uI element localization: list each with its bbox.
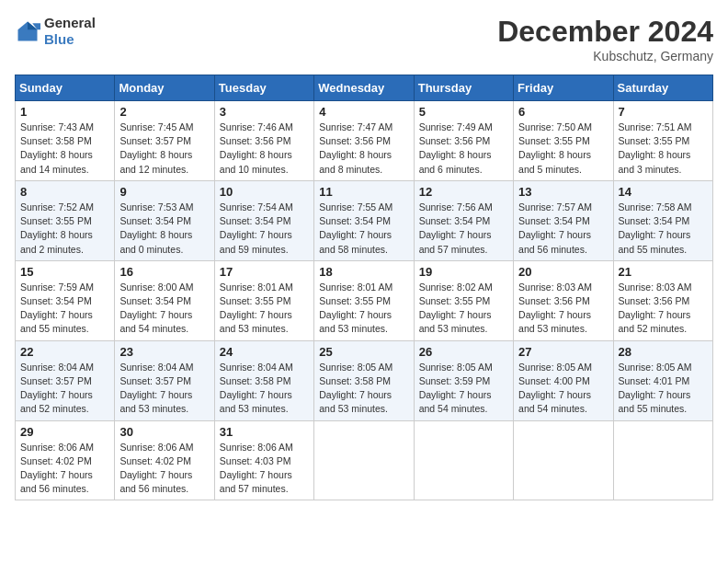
day-number: 10 [220,185,309,199]
calendar-cell: 17Sunrise: 8:01 AMSunset: 3:55 PMDayligh… [214,260,313,340]
week-row-4: 22Sunrise: 8:04 AMSunset: 3:57 PMDayligh… [16,340,713,420]
day-number: 1 [20,105,109,119]
header-wednesday: Wednesday [314,75,414,101]
title-block: December 2024 Kubschutz, Germany [497,15,713,63]
cell-info: Sunrise: 7:59 AMSunset: 3:54 PMDaylight:… [20,281,109,337]
cell-info: Sunrise: 8:04 AMSunset: 3:58 PMDaylight:… [220,361,309,417]
cell-info: Sunrise: 8:05 AMSunset: 4:00 PMDaylight:… [518,361,608,417]
day-number: 6 [518,105,608,119]
day-number: 20 [518,265,608,279]
calendar-cell: 26Sunrise: 8:05 AMSunset: 3:59 PMDayligh… [414,340,513,420]
cell-info: Sunrise: 7:47 AMSunset: 3:56 PMDaylight:… [319,121,408,177]
header-monday: Monday [115,75,214,101]
calendar-cell: 14Sunrise: 7:58 AMSunset: 3:54 PMDayligh… [613,180,712,260]
calendar-cell [613,420,712,500]
calendar-table: SundayMondayTuesdayWednesdayThursdayFrid… [15,75,713,500]
cell-info: Sunrise: 8:06 AMSunset: 4:02 PMDaylight:… [20,441,109,497]
header-saturday: Saturday [613,75,712,101]
calendar-cell: 21Sunrise: 8:03 AMSunset: 3:56 PMDayligh… [613,260,712,340]
header-tuesday: Tuesday [214,75,313,101]
location: Kubschutz, Germany [497,49,713,63]
cell-info: Sunrise: 7:49 AMSunset: 3:56 PMDaylight:… [419,121,508,177]
calendar-cell [314,420,414,500]
cell-info: Sunrise: 7:57 AMSunset: 3:54 PMDaylight:… [518,201,608,257]
page-header: General Blue December 2024 Kubschutz, Ge… [15,15,713,63]
calendar-cell: 11Sunrise: 7:55 AMSunset: 3:54 PMDayligh… [314,180,414,260]
week-row-5: 29Sunrise: 8:06 AMSunset: 4:02 PMDayligh… [16,420,713,500]
calendar-cell: 15Sunrise: 7:59 AMSunset: 3:54 PMDayligh… [16,260,115,340]
calendar-cell: 7Sunrise: 7:51 AMSunset: 3:55 PMDaylight… [613,101,712,181]
day-number: 27 [518,345,608,359]
calendar-cell: 13Sunrise: 7:57 AMSunset: 3:54 PMDayligh… [514,180,613,260]
calendar-cell: 31Sunrise: 8:06 AMSunset: 4:03 PMDayligh… [214,420,313,500]
day-number: 4 [319,105,408,119]
logo-icon [15,18,40,44]
day-number: 25 [319,345,408,359]
day-number: 14 [619,185,708,199]
calendar-cell: 23Sunrise: 8:04 AMSunset: 3:57 PMDayligh… [115,340,214,420]
day-number: 29 [20,425,109,439]
week-row-3: 15Sunrise: 7:59 AMSunset: 3:54 PMDayligh… [16,260,713,340]
calendar-cell: 19Sunrise: 8:02 AMSunset: 3:55 PMDayligh… [414,260,513,340]
day-number: 18 [319,265,408,279]
cell-info: Sunrise: 7:58 AMSunset: 3:54 PMDaylight:… [619,201,708,257]
day-number: 19 [419,265,508,279]
calendar-cell: 29Sunrise: 8:06 AMSunset: 4:02 PMDayligh… [16,420,115,500]
day-number: 12 [419,185,508,199]
day-number: 26 [419,345,508,359]
day-number: 31 [220,425,309,439]
day-number: 22 [20,345,109,359]
day-number: 5 [419,105,508,119]
calendar-cell [514,420,613,500]
calendar-cell: 16Sunrise: 8:00 AMSunset: 3:54 PMDayligh… [115,260,214,340]
calendar-cell: 1Sunrise: 7:43 AMSunset: 3:58 PMDaylight… [16,101,115,181]
month-title: December 2024 [497,15,713,49]
calendar-cell: 22Sunrise: 8:04 AMSunset: 3:57 PMDayligh… [16,340,115,420]
cell-info: Sunrise: 7:54 AMSunset: 3:54 PMDaylight:… [220,201,309,257]
calendar-cell: 12Sunrise: 7:56 AMSunset: 3:54 PMDayligh… [414,180,513,260]
cell-info: Sunrise: 7:45 AMSunset: 3:57 PMDaylight:… [119,121,209,177]
day-number: 21 [619,265,708,279]
calendar-cell: 6Sunrise: 7:50 AMSunset: 3:55 PMDaylight… [514,101,613,181]
day-number: 23 [119,345,209,359]
week-row-1: 1Sunrise: 7:43 AMSunset: 3:58 PMDaylight… [16,101,713,181]
calendar-cell: 27Sunrise: 8:05 AMSunset: 4:00 PMDayligh… [514,340,613,420]
cell-info: Sunrise: 8:01 AMSunset: 3:55 PMDaylight:… [220,281,309,337]
cell-info: Sunrise: 8:01 AMSunset: 3:55 PMDaylight:… [319,281,408,337]
cell-info: Sunrise: 8:05 AMSunset: 4:01 PMDaylight:… [619,361,708,417]
header-friday: Friday [514,75,613,101]
calendar-cell: 30Sunrise: 8:06 AMSunset: 4:02 PMDayligh… [115,420,214,500]
cell-info: Sunrise: 8:05 AMSunset: 3:59 PMDaylight:… [419,361,508,417]
cell-info: Sunrise: 8:04 AMSunset: 3:57 PMDaylight:… [20,361,109,417]
cell-info: Sunrise: 8:05 AMSunset: 3:58 PMDaylight:… [319,361,408,417]
day-number: 11 [319,185,408,199]
cell-info: Sunrise: 8:03 AMSunset: 3:56 PMDaylight:… [619,281,708,337]
calendar-cell: 5Sunrise: 7:49 AMSunset: 3:56 PMDaylight… [414,101,513,181]
calendar-cell: 20Sunrise: 8:03 AMSunset: 3:56 PMDayligh… [514,260,613,340]
cell-info: Sunrise: 7:51 AMSunset: 3:55 PMDaylight:… [619,121,708,177]
cell-info: Sunrise: 7:52 AMSunset: 3:55 PMDaylight:… [20,201,109,257]
cell-info: Sunrise: 7:53 AMSunset: 3:54 PMDaylight:… [119,201,209,257]
day-number: 17 [220,265,309,279]
cell-info: Sunrise: 8:06 AMSunset: 4:02 PMDaylight:… [119,441,209,497]
day-number: 7 [619,105,708,119]
day-number: 3 [220,105,309,119]
cell-info: Sunrise: 7:56 AMSunset: 3:54 PMDaylight:… [419,201,508,257]
day-number: 2 [119,105,209,119]
cell-info: Sunrise: 7:50 AMSunset: 3:55 PMDaylight:… [518,121,608,177]
calendar-cell: 18Sunrise: 8:01 AMSunset: 3:55 PMDayligh… [314,260,414,340]
header-sunday: Sunday [16,75,115,101]
cell-info: Sunrise: 8:04 AMSunset: 3:57 PMDaylight:… [119,361,209,417]
calendar-cell: 2Sunrise: 7:45 AMSunset: 3:57 PMDaylight… [115,101,214,181]
calendar-cell: 3Sunrise: 7:46 AMSunset: 3:56 PMDaylight… [214,101,313,181]
calendar-cell: 28Sunrise: 8:05 AMSunset: 4:01 PMDayligh… [613,340,712,420]
logo: General Blue [15,15,96,48]
logo-text: General Blue [44,15,96,48]
cell-info: Sunrise: 8:06 AMSunset: 4:03 PMDaylight:… [220,441,309,497]
calendar-cell: 9Sunrise: 7:53 AMSunset: 3:54 PMDaylight… [115,180,214,260]
day-number: 16 [119,265,209,279]
day-number: 9 [119,185,209,199]
calendar-cell: 4Sunrise: 7:47 AMSunset: 3:56 PMDaylight… [314,101,414,181]
cell-info: Sunrise: 7:43 AMSunset: 3:58 PMDaylight:… [20,121,109,177]
header-thursday: Thursday [414,75,513,101]
